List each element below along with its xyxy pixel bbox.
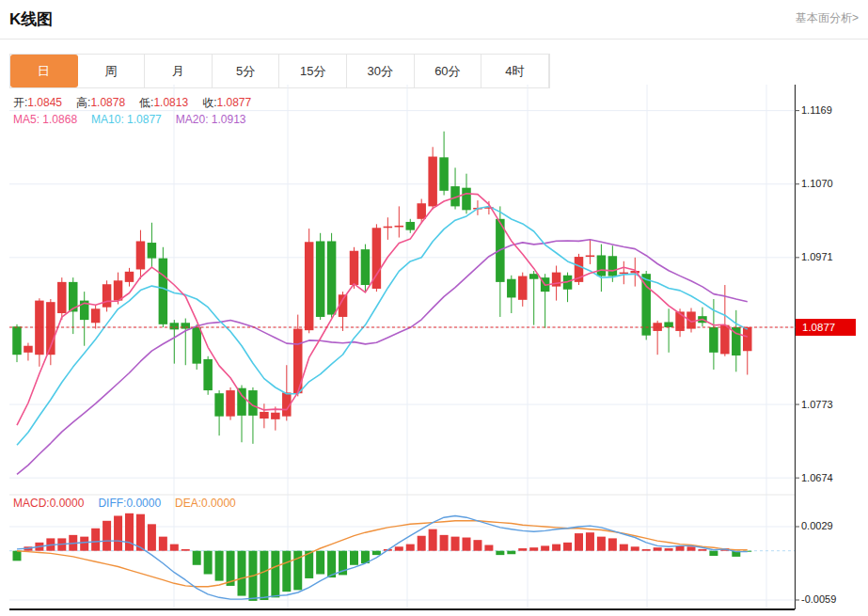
open-readout: 开:1.0845 bbox=[13, 95, 62, 111]
price-tick-label: 1.0971 bbox=[801, 251, 867, 262]
candle bbox=[529, 271, 539, 325]
ma20-readout: MA20: 1.0913 bbox=[176, 113, 246, 126]
candle bbox=[136, 230, 146, 279]
candle bbox=[260, 403, 269, 428]
candle bbox=[664, 308, 673, 353]
candle bbox=[57, 277, 67, 320]
macd-bar bbox=[496, 551, 504, 555]
macd-bar bbox=[507, 551, 515, 555]
macd-bar bbox=[204, 551, 213, 575]
candles-group bbox=[12, 132, 751, 444]
macd-bar bbox=[563, 543, 572, 551]
macd-readout: MACD:0.0000 bbox=[13, 497, 84, 510]
macd-bar bbox=[529, 547, 538, 551]
price-tick-label: 1.0674 bbox=[801, 472, 867, 483]
macd-bar bbox=[13, 551, 22, 561]
candle bbox=[361, 245, 371, 292]
macd-bar bbox=[642, 549, 651, 551]
macd-bar bbox=[687, 546, 696, 550]
macd-bar bbox=[665, 548, 673, 551]
candle bbox=[237, 386, 246, 443]
macd-bar bbox=[316, 551, 324, 575]
candle bbox=[518, 273, 528, 307]
candle bbox=[271, 406, 280, 430]
candle bbox=[384, 217, 393, 240]
macd-bar bbox=[608, 538, 617, 550]
macd-bar bbox=[238, 551, 246, 596]
macd-bar bbox=[552, 545, 560, 551]
candle bbox=[586, 239, 595, 264]
macd-bar bbox=[80, 537, 88, 551]
macd-bar bbox=[654, 547, 662, 551]
low-readout: 低:1.0813 bbox=[139, 95, 188, 111]
candle bbox=[203, 356, 213, 395]
candle bbox=[350, 247, 359, 289]
macd-bar bbox=[181, 549, 190, 551]
candle bbox=[305, 229, 314, 333]
candle bbox=[339, 292, 348, 331]
candle bbox=[743, 326, 752, 374]
macd-legend: MACD:0.0000 DIFF:0.0000 DEA:0.0000 bbox=[13, 497, 250, 510]
candle bbox=[192, 324, 201, 370]
ma-legend: MA5: 1.0868 MA10: 1.0877 MA20: 1.0913 bbox=[13, 113, 260, 126]
candle bbox=[125, 268, 134, 287]
candle bbox=[698, 308, 707, 327]
candle bbox=[214, 390, 224, 435]
candle bbox=[395, 206, 404, 237]
price-tick-label: 1.0773 bbox=[801, 399, 867, 410]
macd-bar bbox=[709, 551, 718, 556]
candle bbox=[327, 233, 337, 318]
macd-tick-label: -0.0059 bbox=[801, 593, 867, 605]
macd-bar bbox=[91, 529, 100, 551]
candle bbox=[631, 258, 640, 287]
ma10-readout: MA10: 1.0877 bbox=[91, 113, 162, 126]
candle bbox=[575, 254, 584, 285]
macd-tick-label: 0.0029 bbox=[801, 520, 867, 531]
macd-bar bbox=[148, 524, 156, 550]
candle bbox=[226, 387, 235, 420]
candle bbox=[170, 320, 180, 364]
candle bbox=[12, 324, 22, 362]
ma10-line bbox=[17, 207, 748, 446]
candle bbox=[35, 298, 44, 367]
candle bbox=[181, 319, 191, 366]
ma5-line bbox=[17, 194, 748, 425]
dea-readout: DEA:0.0000 bbox=[175, 497, 236, 510]
macd-bar bbox=[103, 521, 111, 551]
macd-bar bbox=[215, 551, 224, 581]
diff-readout: DIFF:0.0000 bbox=[98, 497, 161, 510]
candle bbox=[541, 274, 550, 328]
macd-bar bbox=[159, 537, 167, 551]
candle bbox=[653, 321, 662, 355]
macd-bar bbox=[350, 551, 358, 565]
candle bbox=[439, 132, 449, 196]
price-tick-label: 1.1169 bbox=[801, 104, 867, 116]
ma5-readout: MA5: 1.0868 bbox=[13, 113, 77, 126]
candle bbox=[103, 280, 112, 311]
macd-bar bbox=[125, 513, 134, 551]
macd-bar bbox=[193, 551, 201, 565]
macd-bar bbox=[271, 551, 279, 598]
candle bbox=[597, 245, 607, 292]
macd-bar bbox=[395, 546, 403, 550]
candle bbox=[372, 224, 382, 292]
macd-bar bbox=[620, 545, 628, 551]
macd-bar bbox=[473, 540, 481, 551]
macd-bar bbox=[463, 538, 471, 551]
candle bbox=[69, 277, 78, 334]
high-readout: 高:1.0878 bbox=[76, 95, 125, 111]
candle bbox=[24, 343, 33, 361]
kline-chart-canvas[interactable] bbox=[0, 0, 868, 616]
macd-bar bbox=[597, 537, 606, 551]
candle bbox=[316, 233, 325, 320]
macd-bar bbox=[372, 551, 381, 555]
macd-bar bbox=[260, 551, 268, 600]
macd-bar bbox=[541, 545, 549, 550]
macd-bar bbox=[406, 545, 415, 551]
macd-bar bbox=[282, 551, 291, 592]
candle bbox=[91, 305, 101, 328]
close-readout: 收:1.0877 bbox=[202, 95, 251, 111]
candle bbox=[563, 273, 573, 303]
candle bbox=[450, 167, 460, 209]
macd-bar bbox=[418, 536, 426, 551]
